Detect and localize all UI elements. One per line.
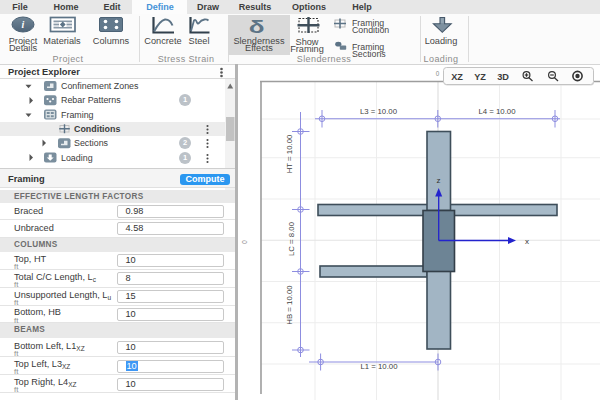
- svg-text:δ: δ: [249, 15, 265, 36]
- svg-text:L3 = 10.00: L3 = 10.00: [360, 107, 398, 116]
- svg-text:z: z: [437, 176, 441, 185]
- svg-text:XZ: XZ: [451, 72, 463, 82]
- svg-text:HT = 10.00: HT = 10.00: [285, 134, 294, 173]
- svg-text:3D: 3D: [497, 72, 509, 82]
- svg-text:x: x: [525, 237, 529, 246]
- svg-text:L4 = 10.00: L4 = 10.00: [478, 107, 516, 116]
- svg-text:HB = 10.00: HB = 10.00: [285, 285, 294, 325]
- svg-text:YZ: YZ: [474, 72, 486, 82]
- svg-text:L1 = 10.00: L1 = 10.00: [360, 362, 398, 371]
- svg-text:0: 0: [241, 240, 248, 244]
- svg-text:0: 0: [436, 70, 440, 77]
- svg-text:LC = 8.00: LC = 8.00: [287, 221, 296, 256]
- svg-text:i: i: [22, 19, 25, 30]
